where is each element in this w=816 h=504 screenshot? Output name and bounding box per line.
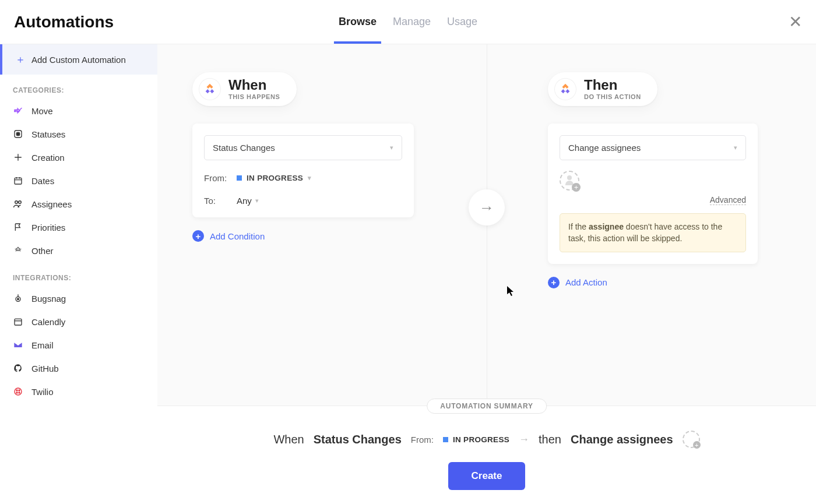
summary-badge: AUTOMATION SUMMARY bbox=[427, 399, 547, 414]
sidebar-item-label: Calendly bbox=[31, 317, 65, 327]
sidebar-item-calendly[interactable]: Calendly bbox=[0, 310, 157, 333]
svg-rect-2 bbox=[15, 178, 22, 184]
summary-from-value: IN PROGRESS bbox=[453, 435, 509, 444]
svg-rect-7 bbox=[15, 319, 22, 325]
bugsnag-icon bbox=[13, 293, 23, 304]
priorities-icon bbox=[13, 222, 23, 232]
sidebar-item-priorities[interactable]: Priorities bbox=[0, 216, 157, 239]
tab-browse[interactable]: Browse bbox=[339, 0, 377, 44]
from-status-value: IN PROGRESS bbox=[247, 174, 303, 182]
creation-icon bbox=[13, 152, 23, 163]
create-button[interactable]: Create bbox=[448, 462, 526, 490]
summary-assignee-icon bbox=[683, 431, 700, 448]
plus-circle-icon: + bbox=[192, 230, 204, 242]
automation-builder: → When THIS HAPPENS bbox=[157, 44, 816, 406]
advanced-link[interactable]: Advanced bbox=[710, 195, 746, 205]
twilio-icon bbox=[13, 386, 23, 397]
sidebar-item-label: Statuses bbox=[31, 129, 65, 139]
svg-point-4 bbox=[19, 201, 22, 204]
action-select[interactable]: Change assignees ▾ bbox=[560, 135, 746, 160]
close-icon[interactable]: ✕ bbox=[789, 14, 802, 30]
plus-icon: ＋ bbox=[15, 52, 26, 66]
sidebar-item-label: Creation bbox=[31, 153, 65, 163]
calendly-icon bbox=[13, 316, 23, 327]
svg-point-9 bbox=[16, 390, 17, 391]
when-card: Status Changes ▾ From: IN PROGRESS ▾ bbox=[192, 124, 414, 217]
tab-manage[interactable]: Manage bbox=[393, 0, 431, 44]
sidebar-item-twilio[interactable]: Twilio bbox=[0, 380, 157, 403]
chevron-down-icon: ▾ bbox=[734, 144, 737, 151]
add-assignee-button[interactable] bbox=[560, 171, 579, 191]
from-status-select[interactable]: IN PROGRESS ▾ bbox=[237, 174, 311, 182]
move-icon bbox=[13, 105, 23, 116]
sidebar-item-label: Move bbox=[31, 106, 53, 116]
integrations-heading: INTEGRATIONS: bbox=[0, 262, 157, 287]
arrow-right-icon: → bbox=[519, 433, 529, 446]
summary-from-status: IN PROGRESS bbox=[443, 435, 509, 444]
then-column: Then DO THIS ACTION Change assignees ▾ A… bbox=[548, 72, 781, 288]
sidebar-item-label: GitHub bbox=[31, 364, 59, 373]
summary-then: then bbox=[539, 433, 561, 446]
sidebar-item-github[interactable]: GitHub bbox=[0, 357, 157, 380]
sidebar-item-label: Other bbox=[31, 246, 54, 256]
automation-summary: AUTOMATION SUMMARY When Status Changes F… bbox=[157, 406, 816, 504]
sidebar-item-bugsnag[interactable]: Bugsnag bbox=[0, 287, 157, 310]
svg-point-10 bbox=[19, 390, 20, 391]
to-status-value: Any bbox=[237, 196, 252, 206]
dates-icon bbox=[13, 175, 23, 186]
info-message: If the assignee doesn't have access to t… bbox=[560, 213, 746, 252]
add-condition-label: Add Condition bbox=[210, 231, 265, 241]
chevron-down-icon: ▾ bbox=[308, 174, 311, 182]
page-title: Automations bbox=[14, 13, 114, 31]
svg-point-3 bbox=[15, 201, 18, 204]
summary-from-label: From: bbox=[411, 435, 434, 445]
add-condition-button[interactable]: + Add Condition bbox=[192, 230, 425, 242]
sidebar-item-assignees[interactable]: Assignees bbox=[0, 192, 157, 216]
trigger-select[interactable]: Status Changes ▾ bbox=[204, 135, 402, 160]
svg-point-12 bbox=[19, 392, 20, 393]
statuses-icon bbox=[13, 129, 23, 139]
to-status-select[interactable]: Any ▾ bbox=[237, 196, 259, 206]
summary-when: When bbox=[273, 433, 304, 446]
svg-point-11 bbox=[16, 392, 17, 393]
arrow-right-icon: → bbox=[469, 189, 505, 225]
sidebar-item-statuses[interactable]: Statuses bbox=[0, 122, 157, 146]
when-subtitle: THIS HAPPENS bbox=[228, 93, 280, 100]
sidebar-item-move[interactable]: Move bbox=[0, 99, 157, 122]
email-icon bbox=[13, 340, 23, 350]
github-icon bbox=[13, 363, 23, 373]
from-label: From: bbox=[204, 173, 237, 183]
plus-circle-icon: + bbox=[548, 277, 560, 288]
sidebar: ＋ Add Custom Automation CATEGORIES: Move… bbox=[0, 44, 157, 504]
main: → When THIS HAPPENS bbox=[157, 44, 816, 504]
tab-usage[interactable]: Usage bbox=[447, 0, 477, 44]
add-action-label: Add Action bbox=[565, 277, 607, 287]
svg-point-6 bbox=[17, 298, 19, 300]
clickup-logo-icon bbox=[555, 79, 576, 100]
tabs: Browse Manage Usage bbox=[339, 0, 477, 44]
svg-rect-1 bbox=[16, 132, 19, 135]
sidebar-item-label: Assignees bbox=[31, 199, 72, 209]
sidebar-item-label: Bugsnag bbox=[31, 294, 66, 304]
status-color-swatch bbox=[237, 175, 242, 181]
svg-point-8 bbox=[15, 388, 22, 395]
chevron-down-icon: ▾ bbox=[390, 144, 393, 151]
add-custom-label: Add Custom Automation bbox=[31, 55, 126, 65]
add-custom-automation-button[interactable]: ＋ Add Custom Automation bbox=[0, 44, 157, 75]
sidebar-item-label: Priorities bbox=[31, 223, 65, 232]
other-icon bbox=[13, 245, 23, 256]
sidebar-item-creation[interactable]: Creation bbox=[0, 146, 157, 169]
when-pill: When THIS HAPPENS bbox=[192, 72, 297, 106]
sidebar-item-label: Dates bbox=[31, 176, 54, 186]
summary-action: Change assignees bbox=[571, 433, 673, 446]
then-subtitle: DO THIS ACTION bbox=[584, 93, 641, 100]
add-action-button[interactable]: + Add Action bbox=[548, 277, 781, 288]
when-title: When bbox=[228, 78, 280, 92]
sidebar-item-other[interactable]: Other bbox=[0, 239, 157, 262]
sidebar-item-label: Email bbox=[31, 340, 54, 350]
chevron-down-icon: ▾ bbox=[255, 197, 259, 205]
sidebar-item-dates[interactable]: Dates bbox=[0, 169, 157, 192]
clickup-logo-icon bbox=[199, 79, 220, 100]
sidebar-item-email[interactable]: Email bbox=[0, 333, 157, 357]
trigger-value: Status Changes bbox=[213, 143, 275, 153]
